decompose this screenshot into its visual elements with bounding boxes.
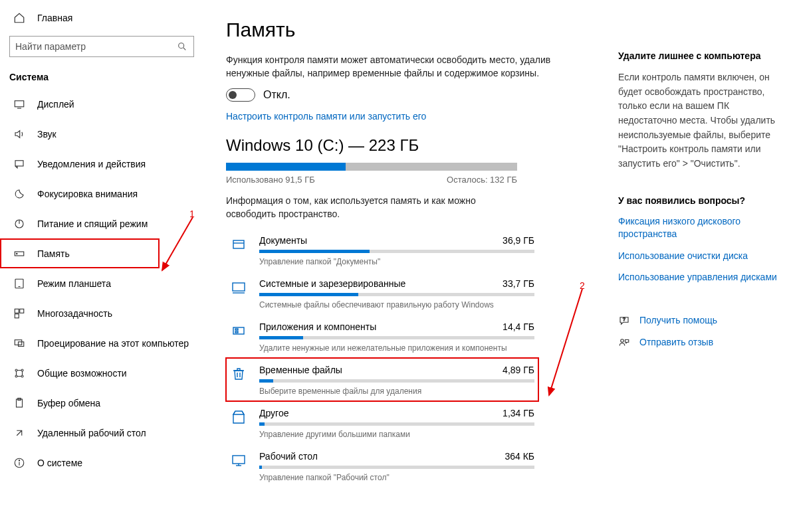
sidebar-item-label: Память [37,248,70,259]
storage-sense-toggle[interactable] [226,88,255,102]
sidebar-item-label: Дисплей [37,99,74,110]
feedback-icon [618,337,630,349]
svg-point-16 [15,369,17,371]
projection-icon [13,337,25,349]
help-icon: ? [618,315,630,327]
category-bar [259,466,534,469]
category-subtext: Выберите временные файлы для удаления [259,387,534,396]
tablet-icon [13,278,25,290]
category-size: 4,89 ГБ [503,365,534,375]
category-icon [230,323,247,340]
svg-line-1 [183,48,185,50]
right-description: Если контроль памяти включен, он будет о… [618,70,781,171]
focus-icon [13,188,25,200]
sidebar-item-power[interactable]: Питание и спящий режим [0,209,206,238]
svg-rect-33 [233,456,245,464]
svg-point-8 [17,253,18,254]
category-name: Рабочий стол [259,451,318,462]
category-size: 364 КБ [505,451,534,462]
home-icon [13,12,25,24]
svg-rect-2 [15,100,24,106]
sidebar-item-clipboard[interactable]: Буфер обмена [0,388,206,418]
usage-info-text: Информация о том, как используется памят… [226,194,518,221]
send-feedback-link[interactable]: Отправить отзыв [618,336,781,349]
category-subtext: Управление папкой "Документы" [259,257,534,266]
storage-category[interactable]: Системные и зарезервированные33,7 ГБСист… [226,272,538,315]
category-name: Документы [259,235,307,246]
svg-point-17 [21,369,23,371]
sidebar-item-label: Буфер обмена [37,398,100,408]
category-name: Временные файлы [259,365,342,375]
search-icon [176,41,188,52]
category-subtext: Управление другими большими папками [259,430,534,439]
help-link-disk-management[interactable]: Использование управления дисками [618,271,781,284]
sidebar-item-label: Уведомления и действия [37,159,146,169]
category-bar [259,422,534,426]
drive-usage-bar [226,163,517,171]
free-label: Осталось: 132 ГБ [447,175,517,185]
sidebar-item-label: Проецирование на этот компьютер [37,338,189,349]
svg-rect-15 [19,341,24,346]
main-content: Память Функция контроля памяти может авт… [226,0,585,488]
sidebar-item-project[interactable]: Проецирование на этот компьютер [0,328,206,358]
category-icon [230,366,247,383]
configure-storage-sense-link[interactable]: Настроить контроль памяти или запустить … [226,111,585,122]
category-name: Системные и зарезервированные [259,278,405,289]
svg-rect-12 [20,309,24,313]
sound-icon [13,128,25,140]
sidebar-item-about[interactable]: О системе [0,448,206,478]
storage-category[interactable]: Приложения и компоненты14,4 ГБУдалите не… [226,315,538,358]
category-name: Приложения и компоненты [259,321,376,332]
storage-category[interactable]: Документы36,9 ГБУправление папкой "Докум… [226,228,538,272]
svg-text:?: ? [623,317,625,321]
svg-rect-29 [235,329,238,330]
category-bar [259,293,534,296]
section-header: Система [0,69,206,89]
svg-rect-4 [15,160,23,165]
help-link-low-disk[interactable]: Фиксация низкого дискового пространства [618,215,781,240]
display-icon [13,98,25,110]
send-feedback-label: Отправить отзыв [639,336,713,349]
sidebar-item-tablet[interactable]: Режим планшета [0,268,206,298]
svg-point-37 [621,339,624,342]
sidebar-item-sound[interactable]: Звук [0,119,206,149]
sidebar-item-label: Режим планшета [37,278,111,289]
category-size: 33,7 ГБ [503,278,534,289]
sidebar-item-storage[interactable]: Память [0,238,160,268]
sidebar-item-label: О системе [37,458,82,468]
sidebar-item-label: Удаленный рабочий стол [37,428,146,438]
sidebar-item-focus[interactable]: Фокусировка внимания [0,179,206,209]
used-label: Использовано 91,5 ГБ [226,175,315,185]
storage-icon [13,248,25,260]
category-bar [259,336,534,339]
home-label: Главная [37,13,72,23]
storage-category[interactable]: Рабочий стол364 КБУправление папкой "Раб… [226,444,538,488]
annotation-2-label: 2 [580,280,585,291]
sidebar-item-shared[interactable]: Общие возможности [0,358,206,388]
category-icon [230,409,247,426]
storage-category[interactable]: Временные файлы4,89 ГБВыберите временные… [226,358,538,401]
sidebar-item-display[interactable]: Дисплей [0,89,206,119]
sidebar-item-label: Общие возможности [37,368,127,379]
svg-rect-25 [233,240,244,248]
home-link[interactable]: Главная [0,12,206,36]
sidebar-item-label: Фокусировка внимания [37,189,138,199]
remote-icon [13,427,25,439]
sidebar-item-label: Звук [37,129,56,139]
sidebar-item-remote[interactable]: Удаленный рабочий стол [0,418,206,448]
right-heading-questions: У вас появились вопросы? [618,195,781,206]
right-panel: Удалите лишнее с компьютера Если контрол… [618,50,781,358]
svg-point-18 [15,375,17,377]
sidebar-item-notifications[interactable]: Уведомления и действия [0,149,206,179]
category-size: 1,34 ГБ [503,408,534,418]
search-input[interactable]: Найти параметр [9,36,194,57]
help-link-disk-cleanup[interactable]: Использование очистки диска [618,250,781,262]
storage-category[interactable]: Другое1,34 ГБУправление другими большими… [226,401,538,444]
power-icon [13,218,25,230]
sidebar-item-multitask[interactable]: Многозадачность [0,298,206,328]
annotation-1-label: 1 [189,209,195,219]
get-help-link[interactable]: ? Получить помощь [618,314,781,327]
notifications-icon [13,158,25,170]
sidebar: Главная Найти параметр Система Дисплей З… [0,0,206,532]
category-name: Другое [259,408,288,418]
